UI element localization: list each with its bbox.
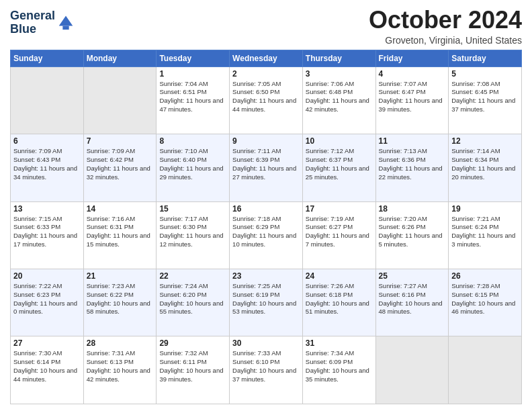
day-number: 16 <box>232 204 300 214</box>
day-info: Sunrise: 7:21 AM Sunset: 6:24 PM Dayligh… <box>451 215 519 249</box>
day-info: Sunrise: 7:07 AM Sunset: 6:47 PM Dayligh… <box>379 80 446 114</box>
day-info: Sunrise: 7:16 AM Sunset: 6:31 PM Dayligh… <box>87 215 154 249</box>
day-number: 4 <box>379 69 446 79</box>
calendar-cell: 29Sunrise: 7:32 AM Sunset: 6:11 PM Dayli… <box>157 336 230 404</box>
calendar-cell: 14Sunrise: 7:16 AM Sunset: 6:31 PM Dayli… <box>83 201 157 269</box>
day-number: 17 <box>306 204 373 214</box>
calendar-cell: 13Sunrise: 7:15 AM Sunset: 6:33 PM Dayli… <box>11 201 84 269</box>
day-number: 21 <box>87 271 154 281</box>
calendar-cell: 12Sunrise: 7:14 AM Sunset: 6:34 PM Dayli… <box>449 134 522 201</box>
calendar-table: SundayMondayTuesdayWednesdayThursdayFrid… <box>10 50 522 404</box>
day-number: 9 <box>232 136 300 146</box>
day-number: 6 <box>13 136 81 146</box>
day-info: Sunrise: 7:23 AM Sunset: 6:22 PM Dayligh… <box>87 282 154 316</box>
day-number: 22 <box>159 271 226 281</box>
calendar-cell: 23Sunrise: 7:25 AM Sunset: 6:19 PM Dayli… <box>230 269 303 336</box>
calendar-cell <box>83 66 157 134</box>
title-area: October 2024 Groveton, Virginia, United … <box>369 7 522 46</box>
logo: GeneralBlue <box>10 9 75 36</box>
calendar-cell: 9Sunrise: 7:11 AM Sunset: 6:39 PM Daylig… <box>230 134 303 201</box>
calendar-cell: 22Sunrise: 7:24 AM Sunset: 6:20 PM Dayli… <box>157 269 230 336</box>
day-info: Sunrise: 7:12 AM Sunset: 6:37 PM Dayligh… <box>306 147 373 181</box>
calendar-cell: 1Sunrise: 7:04 AM Sunset: 6:51 PM Daylig… <box>157 66 230 134</box>
svg-marker-0 <box>59 15 73 26</box>
calendar-cell <box>11 66 84 134</box>
calendar-cell: 4Sunrise: 7:07 AM Sunset: 6:47 PM Daylig… <box>375 66 449 134</box>
day-number: 12 <box>451 136 519 146</box>
month-title: October 2024 <box>369 7 522 34</box>
day-info: Sunrise: 7:24 AM Sunset: 6:20 PM Dayligh… <box>159 282 226 316</box>
day-info: Sunrise: 7:22 AM Sunset: 6:23 PM Dayligh… <box>13 282 81 316</box>
day-number: 10 <box>306 136 373 146</box>
calendar-cell: 6Sunrise: 7:09 AM Sunset: 6:43 PM Daylig… <box>11 134 84 201</box>
calendar-cell: 8Sunrise: 7:10 AM Sunset: 6:40 PM Daylig… <box>157 134 230 201</box>
weekday-header: Wednesday <box>230 50 303 66</box>
day-info: Sunrise: 7:28 AM Sunset: 6:15 PM Dayligh… <box>451 282 519 316</box>
day-number: 20 <box>13 271 81 281</box>
page: GeneralBlue October 2024 Groveton, Virgi… <box>0 0 532 411</box>
calendar-cell: 21Sunrise: 7:23 AM Sunset: 6:22 PM Dayli… <box>83 269 157 336</box>
day-info: Sunrise: 7:34 AM Sunset: 6:09 PM Dayligh… <box>306 349 373 383</box>
svg-marker-1 <box>62 26 69 30</box>
day-info: Sunrise: 7:09 AM Sunset: 6:43 PM Dayligh… <box>13 147 81 181</box>
calendar-cell: 27Sunrise: 7:30 AM Sunset: 6:14 PM Dayli… <box>11 336 84 404</box>
day-number: 1 <box>159 69 226 79</box>
day-number: 13 <box>13 204 81 214</box>
day-number: 14 <box>87 204 154 214</box>
day-number: 29 <box>159 338 226 348</box>
day-info: Sunrise: 7:19 AM Sunset: 6:27 PM Dayligh… <box>306 215 373 249</box>
day-info: Sunrise: 7:10 AM Sunset: 6:40 PM Dayligh… <box>159 147 226 181</box>
calendar-cell: 31Sunrise: 7:34 AM Sunset: 6:09 PM Dayli… <box>302 336 375 404</box>
day-number: 5 <box>451 69 519 79</box>
calendar-cell: 16Sunrise: 7:18 AM Sunset: 6:29 PM Dayli… <box>230 201 303 269</box>
weekday-header: Friday <box>375 50 449 66</box>
logo-text: GeneralBlue <box>10 9 55 36</box>
day-info: Sunrise: 7:13 AM Sunset: 6:36 PM Dayligh… <box>379 147 446 181</box>
calendar-header-row: SundayMondayTuesdayWednesdayThursdayFrid… <box>11 50 522 66</box>
day-info: Sunrise: 7:18 AM Sunset: 6:29 PM Dayligh… <box>232 215 300 249</box>
day-number: 19 <box>451 204 519 214</box>
day-info: Sunrise: 7:08 AM Sunset: 6:45 PM Dayligh… <box>451 80 519 114</box>
day-number: 28 <box>87 338 154 348</box>
day-info: Sunrise: 7:04 AM Sunset: 6:51 PM Dayligh… <box>159 80 226 114</box>
day-number: 7 <box>87 136 154 146</box>
day-number: 2 <box>232 69 300 79</box>
calendar-cell: 19Sunrise: 7:21 AM Sunset: 6:24 PM Dayli… <box>449 201 522 269</box>
day-number: 8 <box>159 136 226 146</box>
day-number: 31 <box>306 338 373 348</box>
calendar-cell: 15Sunrise: 7:17 AM Sunset: 6:30 PM Dayli… <box>157 201 230 269</box>
day-info: Sunrise: 7:06 AM Sunset: 6:48 PM Dayligh… <box>306 80 373 114</box>
day-number: 3 <box>306 69 373 79</box>
calendar-cell <box>449 336 522 404</box>
day-info: Sunrise: 7:33 AM Sunset: 6:10 PM Dayligh… <box>232 349 300 383</box>
weekday-header: Saturday <box>449 50 522 66</box>
calendar-cell: 25Sunrise: 7:27 AM Sunset: 6:16 PM Dayli… <box>375 269 449 336</box>
calendar-cell <box>375 336 449 404</box>
calendar-cell: 2Sunrise: 7:05 AM Sunset: 6:50 PM Daylig… <box>230 66 303 134</box>
calendar-cell: 24Sunrise: 7:26 AM Sunset: 6:18 PM Dayli… <box>302 269 375 336</box>
logo-icon <box>56 12 75 31</box>
day-number: 25 <box>379 271 446 281</box>
day-info: Sunrise: 7:31 AM Sunset: 6:13 PM Dayligh… <box>87 349 154 383</box>
day-info: Sunrise: 7:27 AM Sunset: 6:16 PM Dayligh… <box>379 282 446 316</box>
header: GeneralBlue October 2024 Groveton, Virgi… <box>10 7 522 46</box>
day-number: 18 <box>379 204 446 214</box>
day-info: Sunrise: 7:30 AM Sunset: 6:14 PM Dayligh… <box>13 349 81 383</box>
day-info: Sunrise: 7:26 AM Sunset: 6:18 PM Dayligh… <box>306 282 373 316</box>
day-info: Sunrise: 7:11 AM Sunset: 6:39 PM Dayligh… <box>232 147 300 181</box>
day-number: 30 <box>232 338 300 348</box>
day-info: Sunrise: 7:25 AM Sunset: 6:19 PM Dayligh… <box>232 282 300 316</box>
calendar-cell: 26Sunrise: 7:28 AM Sunset: 6:15 PM Dayli… <box>449 269 522 336</box>
calendar-cell: 20Sunrise: 7:22 AM Sunset: 6:23 PM Dayli… <box>11 269 84 336</box>
day-number: 11 <box>379 136 446 146</box>
day-number: 15 <box>159 204 226 214</box>
day-info: Sunrise: 7:32 AM Sunset: 6:11 PM Dayligh… <box>159 349 226 383</box>
calendar-cell: 28Sunrise: 7:31 AM Sunset: 6:13 PM Dayli… <box>83 336 157 404</box>
calendar-cell: 5Sunrise: 7:08 AM Sunset: 6:45 PM Daylig… <box>449 66 522 134</box>
location: Groveton, Virginia, United States <box>369 35 522 46</box>
calendar-cell: 10Sunrise: 7:12 AM Sunset: 6:37 PM Dayli… <box>302 134 375 201</box>
day-number: 27 <box>13 338 81 348</box>
weekday-header: Thursday <box>302 50 375 66</box>
day-info: Sunrise: 7:17 AM Sunset: 6:30 PM Dayligh… <box>159 215 226 249</box>
calendar-cell: 3Sunrise: 7:06 AM Sunset: 6:48 PM Daylig… <box>302 66 375 134</box>
